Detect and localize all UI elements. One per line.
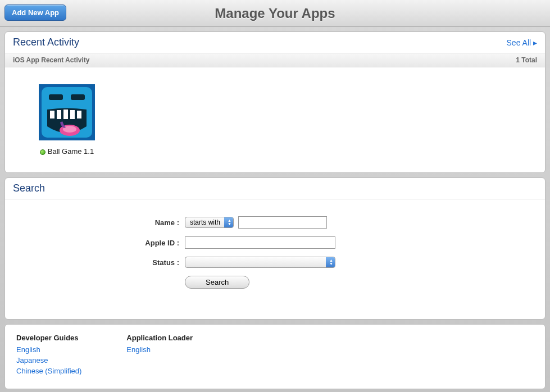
app-grid: Ball Game 1.1 bbox=[5, 67, 545, 172]
app-item[interactable]: Ball Game 1.1 bbox=[39, 84, 95, 156]
recent-subheader: iOS App Recent Activity 1 Total bbox=[5, 53, 545, 67]
svg-rect-7 bbox=[70, 110, 75, 119]
status-label: Status : bbox=[5, 258, 185, 267]
app-loader-link-english[interactable]: English bbox=[126, 345, 193, 354]
status-dot-icon bbox=[40, 149, 46, 155]
apple-id-input[interactable] bbox=[185, 236, 335, 249]
add-new-app-button[interactable]: Add New App bbox=[4, 4, 66, 21]
dev-guide-link-japanese[interactable]: Japanese bbox=[16, 356, 81, 364]
svg-rect-6 bbox=[63, 110, 68, 119]
recent-subheader-left: iOS App Recent Activity bbox=[13, 56, 89, 64]
developer-guides-column: Developer Guides English Japanese Chines… bbox=[16, 334, 81, 377]
see-all-link[interactable]: See All ▸ bbox=[507, 38, 537, 47]
recent-activity-title: Recent Activity bbox=[13, 37, 79, 48]
header: Add New App Manage Your Apps bbox=[0, 0, 550, 27]
dev-guide-link-chinese[interactable]: Chinese (Simplified) bbox=[16, 367, 81, 375]
svg-rect-2 bbox=[49, 94, 63, 100]
application-loader-column: Application Loader English bbox=[126, 334, 193, 377]
apple-id-label: Apple ID : bbox=[5, 239, 185, 247]
chevron-right-icon: ▸ bbox=[533, 38, 537, 47]
svg-rect-4 bbox=[50, 111, 54, 118]
page-title: Manage Your Apps bbox=[0, 0, 550, 27]
app-icon bbox=[39, 84, 95, 140]
search-panel: Search Name : starts with ▲▼ Apple ID : … bbox=[4, 177, 546, 320]
recent-subheader-right: 1 Total bbox=[516, 56, 537, 64]
dev-guide-link-english[interactable]: English bbox=[16, 345, 81, 354]
search-button[interactable]: Search bbox=[185, 276, 249, 289]
see-all-text: See All bbox=[507, 38, 531, 47]
status-select[interactable] bbox=[185, 257, 335, 268]
svg-rect-8 bbox=[77, 111, 81, 118]
name-label: Name : bbox=[5, 218, 185, 227]
developer-guides-title: Developer Guides bbox=[16, 334, 81, 342]
footer-panel: Developer Guides English Japanese Chines… bbox=[4, 324, 546, 389]
name-match-select[interactable]: starts with bbox=[185, 217, 234, 228]
name-input[interactable] bbox=[238, 216, 327, 229]
application-loader-title: Application Loader bbox=[126, 334, 193, 342]
search-title: Search bbox=[13, 183, 45, 194]
recent-activity-panel: Recent Activity See All ▸ iOS App Recent… bbox=[4, 31, 546, 173]
svg-rect-5 bbox=[57, 110, 61, 119]
svg-rect-3 bbox=[71, 94, 85, 100]
app-name: Ball Game 1.1 bbox=[48, 147, 94, 156]
